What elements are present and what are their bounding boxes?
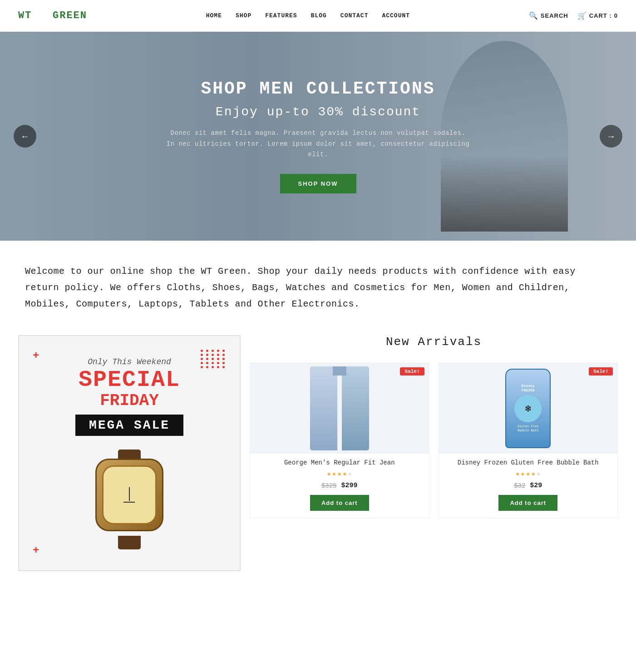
dots-pattern	[201, 350, 226, 368]
search-icon: 🔍	[529, 11, 538, 20]
cart-icon: 🛒	[577, 11, 587, 20]
hero-next-button[interactable]: →	[600, 125, 622, 148]
plus-icon-tl: +	[33, 350, 39, 362]
jean-image	[310, 366, 369, 450]
hero-subtitle: Enjoy up-to 30% discount	[159, 105, 477, 119]
watch-image	[79, 450, 179, 549]
plus-icon-bl: +	[33, 544, 39, 557]
product-image-wrap-jean: Sale!	[250, 363, 429, 454]
nav-shop[interactable]: SHOP	[236, 12, 251, 19]
sale-badge-bath: Sale!	[589, 367, 613, 376]
search-button[interactable]: 🔍 SEARCH	[529, 11, 568, 20]
star-2: ★	[332, 469, 336, 478]
star-3: ★	[337, 469, 342, 478]
old-price-bath: $32	[514, 482, 525, 489]
product-name-bath: Disney Frozen Gluten Free Bubble Bath	[439, 454, 618, 469]
products-grid: Sale! George Men's Regular Fit Jean ★ ★ …	[250, 362, 618, 518]
hero-section: ← SHOP MEN COLLECTIONS Enjoy up-to 30% d…	[0, 32, 636, 241]
product-name-jean: George Men's Regular Fit Jean	[250, 454, 429, 469]
new-price-bath: $29	[530, 482, 542, 489]
main-nav: HOME SHOP FEATURES BLOG CONTACT ACCOUNT	[206, 12, 410, 19]
logo-part1: WT	[18, 10, 32, 21]
bath-image: DisneyFROZEN ❄️ Gluten FreeBubble Bath	[505, 369, 551, 448]
add-to-cart-jean[interactable]: Add to cart	[310, 495, 369, 511]
bath-star-half: ★	[531, 469, 536, 478]
sale-badge-jean: Sale!	[400, 367, 424, 376]
sale-friday-label: Friday	[75, 391, 183, 410]
hero-desc-line2: In nec ultricies tortor. Lorem ipsum dol…	[167, 140, 470, 158]
search-label: SEARCH	[541, 12, 568, 19]
arrow-left-icon: ←	[20, 131, 30, 142]
hero-content: SHOP MEN COLLECTIONS Enjoy up-to 30% dis…	[159, 79, 477, 193]
header-right: 🔍 SEARCH 🛒 CART : 0	[529, 11, 618, 20]
hero-desc-line1: Donec sit amet felis magna. Praesent gra…	[171, 129, 466, 137]
bath-star-2: ★	[521, 469, 525, 478]
logo[interactable]: WT GREEN	[18, 10, 87, 21]
product-pricing-jean: $325 $299	[250, 482, 429, 489]
star-1: ★	[327, 469, 331, 478]
cart-button[interactable]: 🛒 CART : 0	[577, 11, 618, 20]
add-to-cart-bath[interactable]: Add to cart	[498, 495, 557, 511]
sale-only-label: Only This Weekend	[75, 357, 183, 366]
sale-mega-label: MEGA SALE	[75, 415, 183, 436]
hero-description: Donec sit amet felis magna. Praesent gra…	[159, 128, 477, 160]
nav-contact[interactable]: CONTACT	[340, 12, 369, 19]
product-rating-bath: ★ ★ ★ ★ ★	[439, 469, 618, 478]
new-arrivals-title: New Arrivals	[250, 335, 618, 349]
bath-star-1: ★	[515, 469, 520, 478]
star-half: ★	[343, 469, 347, 478]
logo-part2: GREEN	[53, 10, 87, 21]
star-empty: ★	[348, 469, 352, 478]
nav-blog[interactable]: BLOG	[311, 12, 327, 19]
watch-image-container	[75, 450, 183, 549]
nav-account[interactable]: ACCOUNT	[382, 12, 410, 19]
product-card-jean: Sale! George Men's Regular Fit Jean ★ ★ …	[250, 362, 429, 518]
sale-special-label: Special	[75, 369, 183, 391]
bath-star-3: ★	[526, 469, 530, 478]
nav-features[interactable]: FEATURES	[265, 12, 297, 19]
old-price-jean: $325	[321, 482, 337, 489]
product-section: + + Only This Weekend Special Friday MEG…	[0, 335, 636, 598]
bath-star-empty: ★	[537, 469, 541, 478]
cart-label: CART :	[589, 12, 612, 19]
arrow-right-icon: →	[606, 131, 616, 142]
welcome-text: Welcome to our online shop the WT Green.…	[25, 263, 611, 312]
hero-prev-button[interactable]: ←	[14, 125, 36, 148]
cart-count: 0	[614, 12, 618, 19]
product-rating-jean: ★ ★ ★ ★ ★	[250, 469, 429, 478]
new-price-jean: $299	[341, 482, 358, 489]
nav-home[interactable]: HOME	[206, 12, 222, 19]
new-arrivals-section: New Arrivals Sale! George Men's Regular …	[250, 335, 618, 518]
welcome-section: Welcome to our online shop the WT Green.…	[0, 241, 636, 335]
shop-now-button[interactable]: SHOP NOW	[280, 174, 356, 193]
product-pricing-bath: $32 $29	[439, 482, 618, 489]
product-card-bath: Sale! DisneyFROZEN ❄️ Gluten FreeBubble …	[439, 362, 618, 518]
hero-title: SHOP MEN COLLECTIONS	[159, 79, 477, 99]
product-image-wrap-bath: Sale! DisneyFROZEN ❄️ Gluten FreeBubble …	[439, 363, 618, 454]
sale-banner: + + Only This Weekend Special Friday MEG…	[18, 335, 241, 571]
sale-banner-content: Only This Weekend Special Friday MEGA SA…	[75, 357, 183, 549]
header: WT GREEN HOME SHOP FEATURES BLOG CONTACT…	[0, 0, 636, 32]
